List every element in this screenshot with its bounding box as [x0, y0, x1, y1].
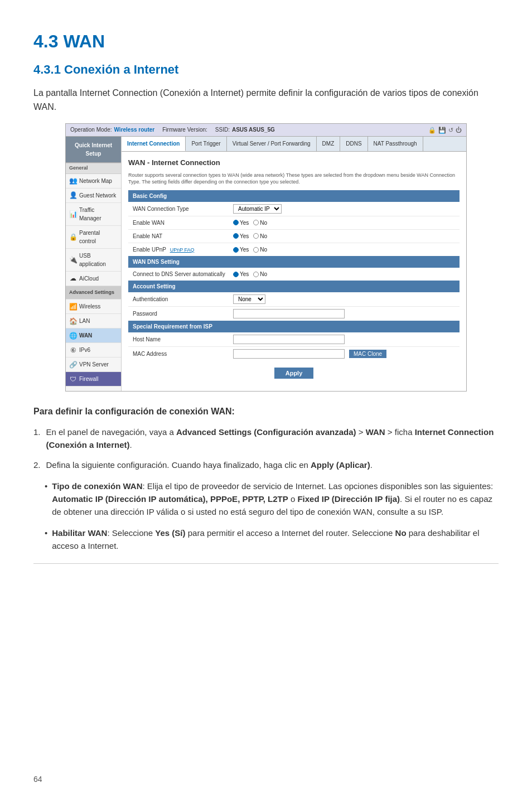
enable-wan-label: Enable WAN — [133, 219, 233, 227]
sidebar-item-ipv6[interactable]: ⑥ IPv6 — [66, 343, 121, 357]
usb-icon: 🔌 — [69, 256, 77, 264]
sidebar-usb-label: USB application — [79, 252, 118, 268]
step-2-num: 2. — [33, 459, 41, 472]
authentication-select[interactable]: None PAP CHAP — [233, 294, 265, 304]
ssid-value: ASUS ASUS_5G — [232, 125, 275, 134]
special-req-header: Special Requirement from ISP — [128, 321, 460, 332]
connect-dns-row: Connect to DNS Server automatically Yes … — [128, 268, 460, 281]
authentication-value[interactable]: None PAP CHAP — [233, 294, 455, 304]
wan-connection-type-value[interactable]: Automatic IP PPPoE PPTP L2TP Fixed IP — [233, 204, 455, 214]
authentication-row: Authentication None PAP CHAP — [128, 292, 460, 307]
vpn-icon: 🔗 — [69, 361, 77, 369]
connect-dns-yes[interactable]: Yes — [233, 270, 249, 278]
tab-port-trigger[interactable]: Port Trigger — [186, 137, 226, 151]
enable-nat-no[interactable]: No — [253, 232, 267, 240]
connect-dns-label: Connect to DNS Server automatically — [133, 270, 233, 278]
wan-connection-type-select[interactable]: Automatic IP PPPoE PPTP L2TP Fixed IP — [233, 204, 282, 214]
router-sidebar: Quick Internet Setup General 👥 Network M… — [66, 137, 122, 391]
apply-button[interactable]: Apply — [274, 368, 314, 379]
enable-wan-yes[interactable]: Yes — [233, 219, 249, 227]
host-name-value[interactable] — [233, 335, 455, 344]
mac-address-value: MAC Clone — [233, 349, 455, 359]
sidebar-item-aicloud[interactable]: ☁ AiCloud — [66, 272, 121, 286]
sidebar-advanced-settings: Advanced Settings — [66, 286, 121, 300]
lan-icon: 🏠 — [69, 317, 77, 325]
wan-dns-section: WAN DNS Setting Connect to DNS Server au… — [128, 256, 460, 281]
upnp-faq-link[interactable]: UPnP FAQ — [170, 247, 195, 253]
connect-dns-no[interactable]: No — [253, 270, 267, 278]
wan-icon: 🌐 — [69, 332, 77, 340]
content-area: WAN - Internet Connection Router support… — [122, 152, 466, 391]
host-name-input[interactable] — [233, 335, 345, 344]
enable-upnp-yes[interactable]: Yes — [233, 245, 249, 254]
sidebar-item-network-map[interactable]: 👥 Network Map — [66, 174, 121, 189]
enable-nat-value: Yes No — [233, 232, 455, 240]
instruction-step-1: 1. En el panel de navegación, vaya a Adv… — [33, 426, 499, 451]
sidebar-aicloud-label: AiCloud — [79, 274, 99, 283]
tab-internet-connection[interactable]: Internet Connection — [122, 137, 186, 151]
router-topbar: Operation Mode: Wireless router Firmware… — [66, 124, 466, 137]
enable-nat-yes[interactable]: Yes — [233, 232, 249, 240]
instruction-step-2: 2. Defina la siguiente configuración. Cu… — [33, 459, 499, 472]
sidebar-ipv6-label: IPv6 — [79, 346, 90, 354]
enable-wan-radio-group: Yes No — [233, 219, 455, 227]
section-title: 4.3.1 Conexión a Internet — [33, 60, 499, 79]
sidebar-item-lan[interactable]: 🏠 LAN — [66, 314, 121, 328]
sidebar-item-wireless[interactable]: 📶 Wireless — [66, 299, 121, 314]
wan-connection-type-row: WAN Connection Type Automatic IP PPPoE P… — [128, 202, 460, 216]
refresh-icon: ↺ — [448, 125, 453, 135]
mac-clone-button[interactable]: MAC Clone — [349, 350, 386, 358]
sidebar-item-parental-control[interactable]: 🔒 Parental control — [66, 226, 121, 249]
tab-nat-passthrough[interactable]: NAT Passthrough — [368, 137, 423, 151]
bullet-item-habilitar-wan: • Habilitar WAN: Seleccione Yes (Sí) par… — [45, 526, 499, 553]
sidebar-item-traffic-manager[interactable]: 📊 Traffic Manager — [66, 203, 121, 226]
operation-mode-value: Wireless router — [114, 125, 155, 134]
enable-upnp-row: Enable UPnP UPnP FAQ Yes — [128, 243, 460, 257]
connect-dns-no-circle — [253, 272, 259, 277]
sidebar-guest-network-label: Guest Network — [79, 191, 116, 200]
enable-wan-yes-circle — [233, 220, 239, 225]
sidebar-vpn-label: VPN Server — [79, 360, 109, 369]
sidebar-quick-setup[interactable]: Quick Internet Setup — [66, 137, 121, 163]
sidebar-wireless-label: Wireless — [79, 302, 100, 311]
enable-nat-radio-group: Yes No — [233, 232, 455, 240]
enable-wan-no[interactable]: No — [253, 219, 267, 227]
instructions-list: 1. En el panel de navegación, vaya a Adv… — [33, 426, 499, 472]
sidebar-parental-control-label: Parental control — [79, 229, 118, 245]
enable-upnp-yes-circle — [233, 247, 239, 253]
sidebar-item-vpn-server[interactable]: 🔗 VPN Server — [66, 357, 121, 372]
operation-mode-label: Operation Mode: — [70, 125, 112, 134]
router-layout: Quick Internet Setup General 👥 Network M… — [66, 137, 466, 391]
enable-upnp-radio-group: Yes No — [233, 245, 455, 254]
connect-dns-radio-group: Yes No — [233, 270, 455, 278]
bullet-habilitar-wan-text: Habilitar WAN: Seleccione Yes (Sí) para … — [52, 526, 499, 553]
mac-address-label: MAC Address — [133, 350, 233, 358]
router-main-content: Internet Connection Port Trigger Virtual… — [122, 137, 466, 391]
sidebar-item-usb-application[interactable]: 🔌 USB application — [66, 249, 121, 272]
tab-dmz[interactable]: DMZ — [317, 137, 341, 151]
sidebar-item-firewall[interactable]: 🛡 Firewall — [66, 372, 121, 386]
connect-dns-no-label: No — [260, 270, 267, 278]
password-value[interactable] — [233, 309, 455, 318]
enable-nat-no-label: No — [260, 232, 267, 240]
ipv6-icon: ⑥ — [69, 346, 77, 354]
topbar-icons: 🔒 💾 ↺ ⏻ — [428, 125, 462, 135]
password-input[interactable] — [233, 309, 345, 318]
tab-virtual-server[interactable]: Virtual Server / Port Forwarding — [227, 137, 317, 151]
enable-upnp-text: Enable UPnP — [133, 247, 166, 253]
mac-address-input[interactable] — [233, 349, 345, 359]
wan-connection-type-label: WAN Connection Type — [133, 205, 233, 213]
enable-nat-yes-label: Yes — [240, 232, 249, 240]
enable-upnp-yes-label: Yes — [240, 245, 249, 254]
sidebar-item-guest-network[interactable]: 👤 Guest Network — [66, 189, 121, 203]
ssid-label: SSID: — [215, 125, 230, 134]
enable-nat-no-circle — [253, 233, 259, 239]
sidebar-item-wan[interactable]: 🌐 WAN — [66, 328, 121, 343]
password-label: Password — [133, 310, 233, 318]
content-title: WAN - Internet Connection — [128, 157, 460, 168]
bullet-wan-type-text: Tipo de conexión WAN: Elija el tipo de p… — [52, 480, 499, 519]
enable-upnp-no[interactable]: No — [253, 245, 267, 254]
tab-ddns[interactable]: DDNS — [340, 137, 367, 151]
apply-row: Apply — [128, 361, 460, 385]
connect-dns-value: Yes No — [233, 270, 455, 278]
